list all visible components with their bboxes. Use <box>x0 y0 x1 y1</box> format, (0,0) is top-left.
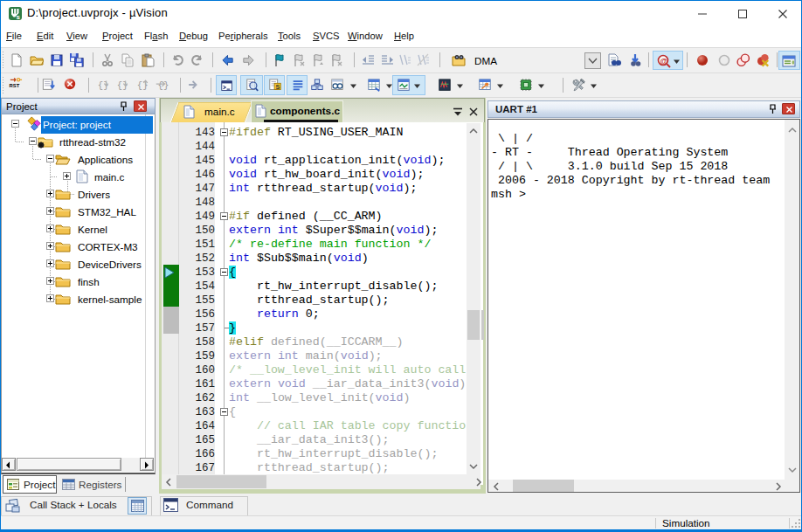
svg-text:s: s <box>17 13 21 21</box>
svg-text:RST: RST <box>10 83 20 88</box>
svg-text:S: S <box>275 84 280 91</box>
